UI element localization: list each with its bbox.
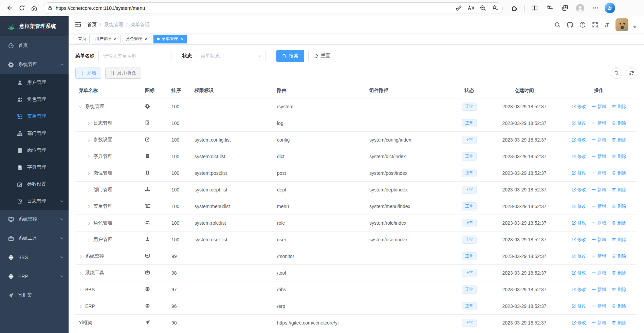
add-link[interactable]: 新增 <box>592 187 606 193</box>
delete-link[interactable]: 删除 <box>612 253 626 259</box>
sidebar-item-12[interactable]: BBS <box>0 248 69 267</box>
delete-link[interactable]: 删除 <box>612 286 626 293</box>
expand-arrow-icon[interactable] <box>79 271 83 275</box>
font-size-icon[interactable]: тT <box>605 22 609 28</box>
refresh-button[interactable] <box>16 2 28 14</box>
toggle-search-button[interactable] <box>611 67 622 79</box>
home-button[interactable] <box>28 2 40 14</box>
add-link[interactable]: 新增 <box>592 303 606 309</box>
tag-1[interactable]: 用户管理 <box>92 35 121 43</box>
expand-arrow-icon[interactable] <box>79 288 83 292</box>
delete-link[interactable]: 删除 <box>612 153 626 160</box>
sidebar-item-8[interactable]: 参数设置 <box>0 176 69 193</box>
edit-link[interactable]: 修改 <box>572 237 586 243</box>
expand-arrow-icon[interactable] <box>87 138 91 142</box>
add-link[interactable]: 新增 <box>592 220 606 226</box>
sidebar-item-10[interactable]: 系统监控 <box>0 210 69 229</box>
edit-link[interactable]: 修改 <box>572 187 586 193</box>
delete-link[interactable]: 删除 <box>612 120 626 126</box>
expand-arrow-icon[interactable] <box>79 105 83 109</box>
delete-link[interactable]: 删除 <box>612 303 626 309</box>
sidebar-toggle-icon[interactable] <box>75 21 81 28</box>
search-icon[interactable] <box>554 22 560 28</box>
edit-link[interactable]: 修改 <box>572 153 586 160</box>
reset-button[interactable]: 重置 <box>308 50 336 62</box>
add-link[interactable]: 新增 <box>592 137 606 143</box>
edit-link[interactable]: 修改 <box>572 120 586 126</box>
sidebar-item-2[interactable]: 用户管理 <box>0 74 69 91</box>
app-logo[interactable]: 意框架管理系统 <box>0 16 69 36</box>
sidebar-item-1[interactable]: 系统管理 <box>0 55 69 74</box>
delete-link[interactable]: 删除 <box>612 237 626 243</box>
expand-arrow-icon[interactable] <box>87 154 91 159</box>
tag-0[interactable]: 首页 <box>75 35 90 43</box>
close-icon[interactable] <box>144 37 148 41</box>
edit-link[interactable]: 修改 <box>572 303 586 309</box>
back-button[interactable] <box>3 2 16 14</box>
address-bar[interactable]: https://ccnetcore.com:1101/system/menu <box>43 2 503 14</box>
fullscreen-icon[interactable] <box>592 22 598 28</box>
delete-link[interactable]: 删除 <box>612 187 626 193</box>
expand-arrow-icon[interactable] <box>87 171 91 175</box>
search-button[interactable]: 搜索 <box>276 50 304 62</box>
bing-chat-button[interactable]: b <box>605 3 615 13</box>
edit-link[interactable]: 修改 <box>572 220 586 226</box>
delete-link[interactable]: 删除 <box>612 203 626 209</box>
extensions-button[interactable] <box>508 2 520 14</box>
avatar[interactable] <box>615 18 628 31</box>
edit-link[interactable]: 修改 <box>572 104 586 110</box>
sidebar-item-13[interactable]: ERP <box>0 267 69 286</box>
edit-link[interactable]: 修改 <box>572 270 586 276</box>
add-link[interactable]: 新增 <box>592 237 606 243</box>
edit-link[interactable]: 修改 <box>572 170 586 176</box>
url-text[interactable]: https://ccnetcore.com:1101/system/menu <box>56 5 453 11</box>
delete-link[interactable]: 删除 <box>612 270 626 276</box>
expand-collapse-button[interactable]: 展开/折叠 <box>105 68 141 79</box>
delete-link[interactable]: 删除 <box>612 170 626 176</box>
sidebar-item-11[interactable]: 系统工具 <box>0 229 69 248</box>
expand-arrow-icon[interactable] <box>87 238 91 242</box>
expand-arrow-icon[interactable] <box>87 121 91 125</box>
delete-link[interactable]: 删除 <box>612 320 626 326</box>
collections-button[interactable] <box>559 2 571 14</box>
expand-arrow-icon[interactable] <box>87 188 91 192</box>
sidebar-item-7[interactable]: 字典管理 <box>0 159 69 176</box>
split-screen-button[interactable] <box>528 2 540 14</box>
lock-icon[interactable] <box>48 5 53 11</box>
close-icon[interactable] <box>113 37 117 41</box>
read-aloud-button[interactable] <box>465 3 476 13</box>
add-link[interactable]: 新增 <box>592 286 606 293</box>
edit-link[interactable]: 修改 <box>572 253 586 259</box>
close-icon[interactable] <box>180 37 184 41</box>
menu-name-input[interactable] <box>98 50 171 62</box>
chevron-down-icon[interactable] <box>632 24 638 30</box>
add-button[interactable]: 新增 <box>75 68 101 79</box>
add-link[interactable]: 新增 <box>592 253 606 259</box>
zoom-out-button[interactable] <box>477 3 488 13</box>
add-link[interactable]: 新增 <box>592 320 606 326</box>
sidebar-item-0[interactable]: 首页 <box>0 36 69 55</box>
add-link[interactable]: 新增 <box>592 170 606 176</box>
github-icon[interactable] <box>567 22 573 28</box>
add-link[interactable]: 新增 <box>592 120 606 126</box>
expand-arrow-icon[interactable] <box>87 204 91 208</box>
edit-link[interactable]: 修改 <box>572 320 586 326</box>
add-link[interactable]: 新增 <box>592 104 606 110</box>
sidebar-item-6[interactable]: 岗位管理 <box>0 142 69 159</box>
refresh-table-button[interactable] <box>626 67 637 79</box>
browser-profile-button[interactable] <box>574 2 586 14</box>
add-link[interactable]: 新增 <box>592 270 606 276</box>
password-button[interactable] <box>453 3 464 13</box>
sidebar-item-9[interactable]: 日志管理 <box>0 193 69 210</box>
expand-arrow-icon[interactable] <box>79 254 83 258</box>
tag-3[interactable]: 菜单管理 <box>153 35 187 43</box>
tag-2[interactable]: 角色管理 <box>123 35 151 43</box>
delete-link[interactable]: 删除 <box>612 137 626 143</box>
help-icon[interactable] <box>579 22 586 28</box>
delete-link[interactable]: 删除 <box>612 104 626 110</box>
edit-link[interactable]: 修改 <box>572 286 586 293</box>
expand-arrow-icon[interactable] <box>79 304 83 308</box>
sidebar-item-4[interactable]: 菜单管理 <box>0 108 69 125</box>
expand-arrow-icon[interactable] <box>87 221 91 225</box>
add-link[interactable]: 新增 <box>592 153 606 160</box>
